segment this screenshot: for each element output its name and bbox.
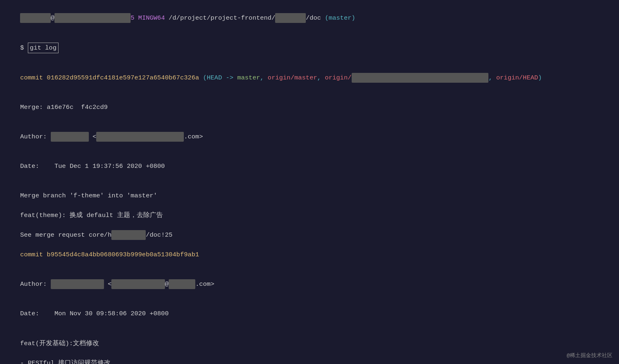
commit-1-master: master: [237, 74, 260, 81]
commit-2-author: Author: < @ .com>: [5, 269, 614, 299]
author-email-close-2: .com>: [195, 280, 215, 288]
path-end: /doc: [306, 14, 325, 22]
commit-1-msg-blank2: [5, 201, 614, 210]
shell-number: 5 MINGW64: [131, 14, 165, 22]
author-email-right-2: [169, 279, 195, 289]
commit-2-msg-blank1: [5, 329, 614, 339]
commit-2-hash: commit b95545d4c8a4bb0680693b999eb0a5130…: [5, 240, 614, 269]
commit-1-origin-master: origin/master: [268, 74, 317, 81]
date-label-1: Date: Tue Dec 1 19:37:56 2020 +0800: [20, 163, 165, 170]
watermark: @稀土掘金技术社区: [567, 352, 612, 359]
commit-1-msg-2: feat(theme): 换成 default 主题，去除广告: [5, 210, 614, 220]
host-redacted: [54, 13, 131, 23]
commit-1-branch-open: (: [203, 74, 207, 81]
commit-1-msg-blank3: [5, 220, 614, 230]
commit-1-comma2: ,: [317, 74, 325, 81]
command-line: $ git log: [5, 33, 614, 63]
commit-2-msg-2: - RESTful 接口访问规范修改: [5, 358, 614, 364]
commit-1-origin-redacted: [352, 73, 489, 83]
commit-2-msg-blank2: [5, 348, 614, 358]
prompt-dollar: $: [20, 44, 28, 52]
commit-1-merge: Merge: a16e76c f4c2cd9: [5, 93, 614, 122]
commit-2-date: Date: Mon Nov 30 09:58:06 2020 +0800: [5, 299, 614, 328]
commit-1-msg-blank1: [5, 181, 614, 191]
commit-1-msg-1: Merge branch 'f-theme' into 'master': [5, 191, 614, 201]
author-email-left-2: [111, 279, 165, 289]
prompt-line: @ 5 MINGW64 /d/project/project-frontend/…: [5, 3, 614, 33]
branch-name: (master): [325, 14, 355, 22]
commit-1-msg-3: See merge request core/h /doc!25: [5, 230, 614, 240]
commit-2-msg-1: feat(开发基础):文档修改: [5, 339, 614, 348]
commit-1-origin-branch: origin/: [325, 74, 351, 81]
date-label-2: Date: Mon Nov 30 09:58:06 2020 +0800: [20, 310, 169, 317]
git-log-command: git log: [28, 43, 59, 53]
terminal: @ 5 MINGW64 /d/project/project-frontend/…: [0, 0, 619, 364]
author-name-2: [51, 279, 104, 289]
commit-1-author: Author: < .com>: [5, 122, 614, 151]
author-email-close-1: .com>: [184, 133, 203, 140]
commit-1-origin-head: origin/HEAD: [496, 74, 538, 81]
commit-2-hash-text: commit b95545d4c8a4bb0680693b999eb0a5130…: [20, 251, 199, 258]
path-start: /d/project/project-frontend/: [165, 14, 276, 22]
commit-1-path-redacted: [111, 230, 146, 240]
commit-1-close: ): [538, 74, 542, 81]
dir-redacted: [275, 13, 305, 23]
author-email-1: [96, 132, 184, 142]
commit-1-hash-text: commit 016282d95591dfc4181e597e127a6540b…: [20, 74, 203, 81]
author-email-open-2: <: [104, 280, 112, 288]
merge-label-1: Merge: a16e76c f4c2cd9: [20, 104, 108, 111]
commit-1-hash: commit 016282d95591dfc4181e597e127a6540b…: [5, 63, 614, 93]
commit-1-comma3: ,: [488, 74, 496, 81]
commit-1-head: HEAD ->: [207, 74, 237, 81]
author-email-open-1: <: [89, 133, 97, 140]
user-redacted: [20, 13, 50, 23]
author-label-2: Author:: [20, 280, 50, 288]
at-symbol: @: [51, 14, 54, 22]
author-email-at-2: @: [165, 280, 169, 288]
commit-1-comma1: ,: [260, 74, 268, 81]
author-name-1: [51, 132, 89, 142]
commit-1-date: Date: Tue Dec 1 19:37:56 2020 +0800: [5, 151, 614, 181]
git-cmd: git log: [30, 44, 56, 52]
author-label-1: Author:: [20, 133, 50, 140]
